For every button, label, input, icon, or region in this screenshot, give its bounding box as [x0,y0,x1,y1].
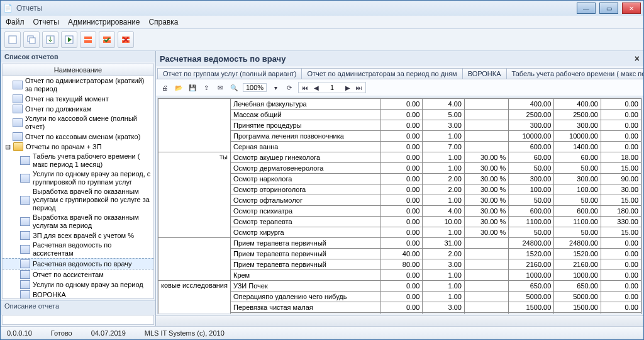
prev-page-icon[interactable]: ◀ [311,82,321,93]
tab-timesheet[interactable]: Табель учета рабочего времени ( макс пер… [506,68,643,79]
tree-item[interactable]: ЗП для всех врачей с учетом % [33,232,134,240]
status-version: 0.0.0.10 [7,329,32,337]
svg-rect-6 [84,37,92,39]
tree-item[interactable]: Табель учета рабочего времени ( макс пер… [33,152,152,169]
doc-icon [13,81,23,89]
minimize-button[interactable]: — [577,3,596,14]
report-title: Расчетная ведомость по врачу [160,54,286,64]
table-row: Прием терапевта первичный40.002.001520.0… [158,249,641,259]
menu-help[interactable]: Справка [148,18,178,26]
table-row: Перевязка чистая малая0.003.001500.00150… [158,302,641,313]
table-row: Прием терапевта первичный80.003.002160.0… [158,259,641,270]
table-row: Крем0.001.001000.001000.000.00 [158,270,641,281]
find-icon[interactable]: 🔍 [229,82,239,93]
right-panel: Расчетная ведомость по врачу × Отчет по … [156,51,643,326]
tree-item[interactable]: Отчет по ассистентам [33,271,104,279]
tree-item-selected[interactable]: Расчетная ведомость по врачу [33,260,132,268]
new-button[interactable] [4,31,21,48]
doc-icon [20,217,30,226]
tab-funnel[interactable]: ВОРОНКА [462,68,507,79]
menu-file[interactable]: Файл [6,18,25,26]
mail-icon[interactable]: ✉ [215,82,225,93]
open-icon[interactable]: 📂 [174,82,184,93]
zoom-level[interactable]: 100% [243,83,267,92]
tree-item[interactable]: Отчет по должникам [25,105,91,113]
page-input[interactable] [323,83,341,92]
delete-button[interactable] [118,31,134,48]
table-row: Программа лечения позвоночника0.001.0010… [158,131,641,142]
pager: ⏮ ◀ ▶ ⏭ [298,82,366,93]
table-row: Осмотр хирурга0.001.0030.00 %50.0050.001… [158,227,641,238]
svg-rect-7 [84,40,92,43]
svg-rect-8 [103,37,111,39]
export-button[interactable] [42,31,58,48]
doc-icon [20,280,30,289]
report-tree[interactable]: Наименование Отчет по администраторам (к… [2,64,154,299]
statusbar: 0.0.0.10 Готово 04.07.2019 MLS IT System… [1,326,643,339]
doc-icon [20,290,30,299]
doc-icon [13,94,23,103]
menu-reports[interactable]: Отчеты [33,18,59,26]
tree-header: Наименование [3,64,153,76]
close-button[interactable]: ✕ [622,3,641,14]
table-row: Массаж общий0.005.002500.002500.000.00 [158,110,641,120]
table-row: Прием терапевта первичный0.0031.0024800.… [158,238,641,249]
status-copyright: MLS IT Systems (c), 2010 [145,329,225,337]
tree-item[interactable]: Услуги по одному врачу за период, с груп… [33,170,152,186]
tab-groups[interactable]: Отчет по группам услуг (полный вариант) [157,68,302,79]
tree-item[interactable]: Услуги по кассовой смене (полный отчет) [25,115,152,131]
table-row: Прием хирурга первичный0.002.001500.0015… [158,313,641,315]
refresh-icon[interactable]: ⟳ [284,82,294,93]
copy-button[interactable] [23,31,40,48]
tree-item[interactable]: Услуги по одному врачу за период [33,281,143,289]
table-row: Осмотр терапевта0.0010.0030.00 %1100.001… [158,217,641,227]
tree-item[interactable]: Отчет по кассовым сменам (кратко) [25,133,140,141]
first-page-icon[interactable]: ⏮ [300,82,310,93]
doc-icon [20,259,30,268]
tree-item[interactable]: Отчет на текущий момент [25,95,109,103]
tree-item[interactable]: ВОРОНКА [33,291,66,299]
table-row: Осмотр офтальмолог0.001.0030.00 %50.0050… [158,195,641,206]
next-page-icon[interactable]: ▶ [343,82,353,93]
doc-icon [20,231,30,240]
zoom-fit-icon[interactable]: ▾ [270,82,280,93]
menu-admin[interactable]: Администрирование [68,18,140,26]
edit-button[interactable] [80,31,96,48]
export-icon[interactable]: ⇪ [201,82,211,93]
viewer-toolbar: 🖨 📂 💾 ⇪ ✉ 🔍 100% ▾ ⟳ ⏮ ◀ ▶ ⏭ [156,79,643,96]
run-button[interactable] [61,31,77,48]
tree-item[interactable]: Выработка врачей по оказанным услугам за… [33,213,152,230]
table-row: Осмотр оториноголога0.002.0030.00 %100.0… [158,184,641,195]
titlebar: 📄 Отчеты — ▭ ✕ [1,1,643,16]
report-title-bar: Расчетная ведомость по врачу × [156,51,643,66]
tree-item[interactable]: Выработка врачей по оказанным услугам с … [33,188,152,212]
status-date: 04.07.2019 [91,329,126,337]
close-report-icon[interactable]: × [635,54,640,64]
tree-item[interactable]: Расчетная ведомость по ассистентам [33,241,152,258]
table-row: Принятие процедуры0.003.00300.00300.000.… [158,120,641,131]
table-row: Операцияпо удалению чего нибудь0.001.005… [158,292,641,302]
save-icon[interactable]: 💾 [187,82,197,93]
print-icon[interactable]: 🖨 [160,82,170,93]
tab-admins[interactable]: Отчет по администраторам за период по дн… [301,68,462,79]
svg-rect-0 [9,36,16,43]
expand-icon[interactable]: ⊟ [5,143,11,151]
folder-icon [13,142,23,151]
report-grid-area[interactable]: Лечебная физкультура0.004.00400.00400.00… [157,98,642,314]
tree-item[interactable]: Отчет по администраторам (краткий) за пе… [25,77,152,93]
check-button[interactable] [99,31,115,48]
table-row: тыОсмотр акушер гинеколога0.001.0030.00 … [158,152,641,163]
tree-folder[interactable]: Отчеты по врачам + ЗП [26,143,102,151]
status-state: Готово [51,329,72,337]
doc-icon [13,118,23,127]
table-row: Лечебная физкультура0.004.00400.00400.00… [158,99,641,110]
table-row: Осмотр психиатра0.004.0030.00 %600.00600… [158,206,641,217]
description-title: Описание отчета [1,300,155,315]
description-body [2,315,154,325]
menubar: Файл Отчеты Администрирование Справка [1,16,643,28]
app-window: 📄 Отчеты — ▭ ✕ Файл Отчеты Администриров… [0,0,644,340]
maximize-button[interactable]: ▭ [599,3,618,14]
doc-icon [20,270,30,279]
horizontal-scrollbar[interactable] [156,315,643,326]
last-page-icon[interactable]: ⏭ [354,82,364,93]
